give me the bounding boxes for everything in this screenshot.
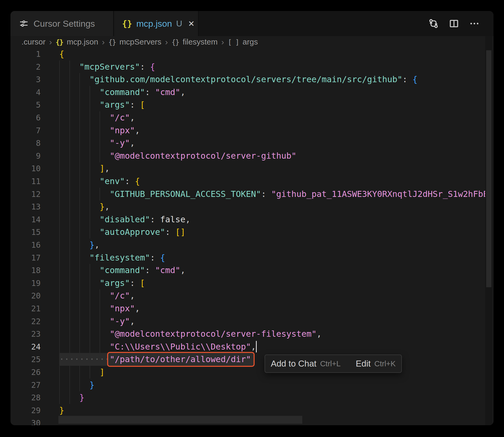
code-line[interactable]: 23 "@modelcontextprotocol/server-filesys… (10, 328, 494, 340)
code-line[interactable]: 1{ (10, 48, 494, 60)
breadcrumb-item-filesystem[interactable]: filesystem (183, 37, 217, 46)
code-line[interactable]: 22 "-y", (10, 315, 494, 328)
code-line[interactable]: 10 ], (10, 162, 494, 175)
editor-window: Cursor Settings {} mcp.json U ✕ .cursor … (10, 11, 494, 425)
horizontal-scrollbar[interactable] (58, 416, 302, 424)
code-line[interactable]: 21 "npx", (10, 302, 494, 315)
line-number: 19 (10, 277, 41, 290)
code-text: } (59, 379, 95, 391)
breadcrumb-item-cursor[interactable]: .cursor (21, 37, 46, 46)
code-line[interactable]: 18 "command": "cmd", (10, 264, 494, 277)
line-number: 13 (10, 200, 41, 213)
breadcrumb-item-mcp-json[interactable]: mcp.json (67, 37, 98, 46)
code-text: "args": [ (59, 277, 145, 290)
code-line[interactable]: 19 "args": [ (10, 277, 494, 290)
code-editor[interactable]: 1{2 "mcpServers": {3 "github.com/modelco… (10, 48, 494, 425)
add-to-chat-button[interactable]: Add to Chat (271, 359, 316, 369)
code-line[interactable]: 26 ] (10, 366, 494, 379)
code-text: "github.com/modelcontextprotocol/servers… (59, 73, 418, 86)
modified-badge: U (176, 19, 182, 29)
code-text: "filesystem": { (59, 251, 165, 264)
tab-label: Cursor Settings (34, 19, 95, 29)
code-line[interactable]: 8 "-y", (10, 137, 494, 150)
line-number: 9 (10, 150, 41, 162)
code-line[interactable]: 2 "mcpServers": { (10, 60, 494, 73)
code-text: "mcpServers": { (59, 60, 155, 73)
code-text: "-y", (59, 315, 135, 328)
brackets-icon: [ ] (228, 38, 239, 46)
code-line[interactable]: 12 "GITHUB_PERSONAL_ACCESS_TOKEN": "gith… (10, 188, 494, 201)
code-text: "@modelcontextprotocol/server-filesystem… (59, 328, 322, 340)
code-text: } (59, 391, 84, 404)
ellipsis-icon[interactable] (469, 18, 480, 29)
line-number: 15 (10, 226, 41, 239)
code-text: "command": "cmd", (59, 264, 185, 277)
code-text: "-y", (59, 137, 135, 150)
code-text: "/path/to/other/allowed/dir" (59, 353, 251, 366)
code-text: "disabled": false, (59, 213, 190, 226)
code-line[interactable]: 17 "filesystem": { (10, 251, 494, 264)
code-line[interactable]: 4 "command": "cmd", (10, 86, 494, 99)
line-number: 17 (10, 251, 41, 264)
code-text: "args": [ (59, 98, 145, 111)
line-number: 10 (10, 162, 41, 175)
line-number: 2 (10, 60, 41, 73)
breadcrumb-item-mcpservers[interactable]: mcpServers (119, 37, 161, 46)
code-line[interactable]: 16 }, (10, 239, 494, 251)
edit-button[interactable]: Edit (356, 359, 371, 369)
code-line[interactable]: 20 "/c", (10, 289, 494, 302)
breadcrumb: .cursor › {} mcp.json › {} mcpServers › … (21, 36, 258, 48)
code-text: ] (59, 366, 105, 379)
line-number: 3 (10, 73, 41, 86)
chevron-right-icon: › (49, 37, 52, 47)
code-line[interactable]: 13 }, (10, 200, 494, 213)
code-line[interactable]: 14 "disabled": false, (10, 213, 494, 226)
line-number: 5 (10, 98, 41, 111)
line-number: 7 (10, 124, 41, 137)
line-number: 22 (10, 315, 41, 328)
breadcrumb-item-args[interactable]: args (243, 37, 258, 46)
code-text: "env": { (59, 175, 140, 188)
vertical-scrollbar[interactable] (486, 50, 491, 287)
chevron-right-icon: › (165, 37, 168, 47)
json-braces-icon: {} (122, 19, 132, 29)
code-line[interactable]: 24 "C:\\Users\\Public\\Desktop", (10, 340, 494, 353)
tab-actions (428, 11, 480, 36)
add-to-chat-shortcut: Ctrl+L (320, 359, 341, 368)
code-line[interactable]: 28 } (10, 391, 494, 404)
code-line[interactable]: 6 "/c", (10, 111, 494, 124)
code-text: "command": "cmd", (59, 86, 185, 99)
line-number: 23 (10, 328, 41, 340)
code-line[interactable]: 9 "@modelcontextprotocol/server-github" (10, 150, 494, 162)
code-line[interactable]: 15 "autoApprove": [] (10, 226, 494, 239)
line-number: 28 (10, 391, 41, 404)
code-text: "GITHUB_PERSONAL_ACCESS_TOKEN": "github_… (59, 188, 493, 201)
code-text: "npx", (59, 302, 140, 315)
code-text: "/c", (59, 289, 135, 302)
code-text: "/c", (59, 111, 135, 124)
line-number: 18 (10, 264, 41, 277)
code-line[interactable]: 5 "args": [ (10, 98, 494, 111)
code-line[interactable]: 7 "npx", (10, 124, 494, 137)
code-text: "autoApprove": [] (59, 226, 185, 239)
edit-shortcut: Ctrl+K (374, 359, 396, 368)
code-line[interactable]: 27 } (10, 379, 494, 391)
tab-mcp-json[interactable]: {} mcp.json U ✕ (114, 11, 199, 36)
split-editor-icon[interactable] (448, 18, 459, 29)
line-number: 26 (10, 366, 41, 379)
code-line[interactable]: 29} (10, 404, 494, 417)
git-compare-icon[interactable] (428, 18, 439, 29)
code-line[interactable]: 11 "env": { (10, 175, 494, 188)
line-number: 12 (10, 188, 41, 201)
add-to-chat-tooltip: Add to ChatCtrl+LEditCtrl+K (265, 355, 402, 373)
close-icon[interactable]: ✕ (188, 19, 195, 28)
line-number: 16 (10, 239, 41, 251)
line-number: 11 (10, 175, 41, 188)
code-line[interactable]: 3 "github.com/modelcontextprotocol/serve… (10, 73, 494, 86)
line-number: 21 (10, 302, 41, 315)
tab-cursor-settings[interactable]: Cursor Settings (10, 11, 114, 36)
line-number: 25 (10, 353, 41, 366)
code-text: }, (59, 200, 110, 213)
line-number: 27 (10, 379, 41, 391)
code-text: { (59, 48, 64, 60)
